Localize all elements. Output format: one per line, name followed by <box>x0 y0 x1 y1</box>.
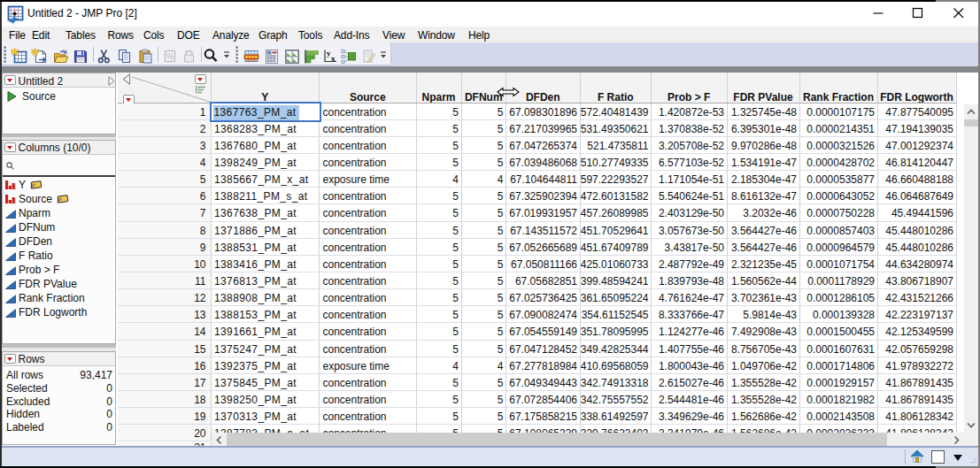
svg-text:x: x <box>331 53 336 62</box>
